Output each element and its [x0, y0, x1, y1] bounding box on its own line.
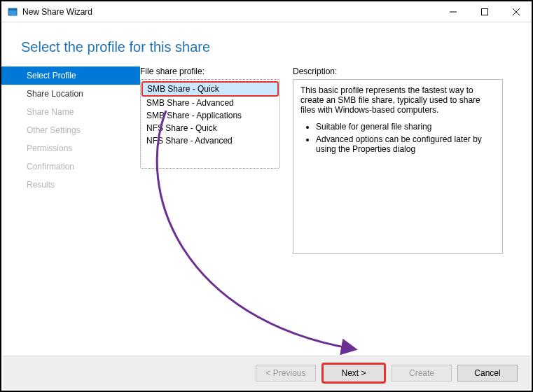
heading-area: Select the profile for this share [1, 22, 532, 66]
maximize-button[interactable] [469, 1, 500, 22]
window-title: New Share Wizard [22, 7, 437, 17]
next-button[interactable]: Next > [321, 363, 386, 384]
nav-results: Results [1, 176, 140, 194]
profiles-label: File share profile: [140, 66, 280, 76]
app-icon [7, 6, 18, 18]
page-heading: Select the profile for this share [21, 39, 512, 55]
titlebar: New Share Wizard [1, 1, 532, 22]
nav-permissions: Permissions [1, 139, 140, 158]
content: Select Profile Share Location Share Name… [1, 66, 532, 254]
nav-share-location[interactable]: Share Location [1, 85, 140, 103]
previous-button: < Previous [256, 365, 316, 382]
profile-nfs-advanced[interactable]: NFS Share - Advanced [142, 134, 278, 147]
footer: < Previous Next > Create Cancel [3, 356, 530, 389]
svg-rect-1 [8, 8, 17, 10]
create-button: Create [392, 365, 452, 382]
minimize-button[interactable] [437, 1, 469, 22]
nav-confirmation: Confirmation [1, 158, 140, 176]
wizard-nav: Select Profile Share Location Share Name… [1, 66, 140, 254]
nav-share-name: Share Name [1, 103, 140, 121]
nav-select-profile[interactable]: Select Profile [1, 66, 140, 85]
profile-list[interactable]: SMB Share - Quick SMB Share - Advanced S… [140, 79, 280, 169]
profile-smb-applications[interactable]: SMB Share - Applications [142, 109, 278, 122]
window-controls [437, 1, 532, 22]
profile-smb-advanced[interactable]: SMB Share - Advanced [142, 97, 278, 109]
description-label: Description: [293, 66, 503, 76]
nav-other-settings: Other Settings [1, 121, 140, 139]
description-box: This basic profile represents the fastes… [293, 79, 503, 254]
main-panel: File share profile: SMB Share - Quick SM… [140, 66, 532, 254]
profile-nfs-quick[interactable]: NFS Share - Quick [142, 122, 278, 134]
description-bullet: Suitable for general file sharing [316, 122, 495, 132]
svg-rect-3 [481, 8, 487, 15]
profiles-column: File share profile: SMB Share - Quick SM… [140, 66, 280, 254]
description-text: This basic profile represents the fastes… [300, 85, 495, 115]
close-button[interactable] [500, 1, 532, 22]
description-bullet: Advanced options can be configured later… [316, 134, 495, 154]
cancel-button[interactable]: Cancel [457, 365, 518, 382]
description-bullets: Suitable for general file sharing Advanc… [316, 122, 495, 154]
description-column: Description: This basic profile represen… [293, 66, 503, 254]
profile-smb-quick[interactable]: SMB Share - Quick [141, 81, 279, 97]
